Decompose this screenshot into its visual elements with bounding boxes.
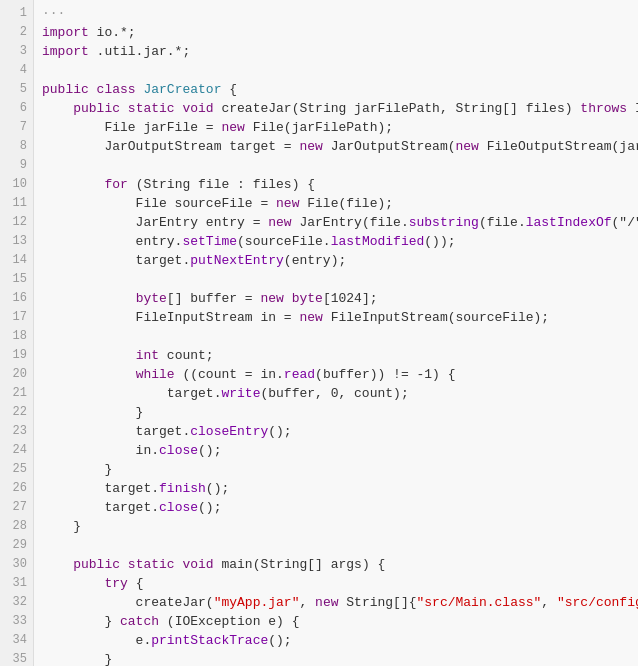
line-number: 31 (0, 574, 33, 593)
token: createJar( (42, 595, 214, 610)
token: ; (128, 25, 136, 40)
token: close (159, 443, 198, 458)
code-editor: 1234567891011121314151617181920212223242… (0, 0, 638, 666)
code-line: try { (42, 574, 630, 593)
token: } (42, 405, 143, 420)
line-number-gutter: 1234567891011121314151617181920212223242… (0, 0, 34, 666)
code-line: } (42, 460, 630, 479)
token: target. (42, 424, 190, 439)
token: } (42, 614, 120, 629)
token: byte (136, 291, 167, 306)
token: { (221, 82, 237, 97)
token: void (182, 557, 221, 572)
token: (file. (479, 215, 526, 230)
line-number: 4 (0, 61, 33, 80)
token: entry. (42, 234, 182, 249)
token: target. (42, 386, 221, 401)
token: (String jarFilePath, String[] files) (292, 101, 581, 116)
line-number: 2 (0, 23, 33, 42)
line-number: 34 (0, 631, 33, 650)
line-number: 12 (0, 213, 33, 232)
token: (); (198, 500, 221, 515)
token: "src/Main.class" (417, 595, 542, 610)
token: import (42, 44, 97, 59)
line-number: 6 (0, 99, 33, 118)
line-number: 8 (0, 137, 33, 156)
token: while (136, 367, 183, 382)
token: (); (198, 443, 221, 458)
token: FileOutputStream(jarFile)); (487, 139, 638, 154)
line-number: 33 (0, 612, 33, 631)
token: (entry); (284, 253, 346, 268)
token: int (136, 348, 167, 363)
line-number: 23 (0, 422, 33, 441)
code-line: target.write(buffer, 0, count); (42, 384, 630, 403)
token: (IOException e) { (167, 614, 300, 629)
token: closeEntry (190, 424, 268, 439)
token (42, 576, 104, 591)
token: count; (167, 348, 214, 363)
code-line (42, 270, 630, 289)
token: public (73, 557, 128, 572)
token: .util.jar.*; (97, 44, 191, 59)
token: main (221, 557, 252, 572)
line-number: 10 (0, 175, 33, 194)
token: putNextEntry (190, 253, 284, 268)
line-number: 25 (0, 460, 33, 479)
token: (String file : files) { (136, 177, 315, 192)
line-number: 21 (0, 384, 33, 403)
token: ((count = in. (182, 367, 283, 382)
token: , (299, 595, 315, 610)
token: in. (42, 443, 159, 458)
token: catch (120, 614, 167, 629)
token: File jarFile = (42, 120, 221, 135)
code-line: byte[] buffer = new byte[1024]; (42, 289, 630, 308)
line-number: 16 (0, 289, 33, 308)
token: JarOutputStream( (331, 139, 456, 154)
token: class (97, 82, 144, 97)
token: [1024]; (323, 291, 378, 306)
token: lastIndexOf (526, 215, 612, 230)
token: } (42, 652, 112, 666)
token: printStackTrace (151, 633, 268, 648)
token: (); (268, 633, 291, 648)
code-line: createJar("myApp.jar", new String[]{"src… (42, 593, 630, 612)
token: File(file); (307, 196, 393, 211)
token: throws (580, 101, 635, 116)
code-line: e.printStackTrace(); (42, 631, 630, 650)
token: try (104, 576, 135, 591)
line-number: 19 (0, 346, 33, 365)
token: ()); (424, 234, 455, 249)
line-number: 26 (0, 479, 33, 498)
code-line: public static void createJar(String jarF… (42, 99, 630, 118)
code-line: import .util.jar.*; (42, 42, 630, 61)
code-line (42, 327, 630, 346)
token: io.* (97, 25, 128, 40)
token (42, 367, 136, 382)
token: target. (42, 481, 159, 496)
code-line (42, 536, 630, 555)
line-number: 28 (0, 517, 33, 536)
code-line: target.close(); (42, 498, 630, 517)
line-number: 20 (0, 365, 33, 384)
line-number: 9 (0, 156, 33, 175)
line-number: 17 (0, 308, 33, 327)
token: for (104, 177, 135, 192)
token: new (276, 196, 307, 211)
token: (sourceFile. (237, 234, 331, 249)
code-line: while ((count = in.read(buffer)) != -1) … (42, 365, 630, 384)
code-line: JarEntry entry = new JarEntry(file.subst… (42, 213, 630, 232)
token: } (42, 519, 81, 534)
code-line: public class JarCreator { (42, 80, 630, 99)
token: static (128, 101, 183, 116)
code-line: int count; (42, 346, 630, 365)
token: write (221, 386, 260, 401)
code-line: import io.*; (42, 23, 630, 42)
token: JarOutputStream target = (42, 139, 299, 154)
token: ("/") + 1)); (612, 215, 638, 230)
token: new (299, 310, 330, 325)
line-number: 13 (0, 232, 33, 251)
token: "myApp.jar" (214, 595, 300, 610)
token: } (42, 462, 112, 477)
token: String[]{ (346, 595, 416, 610)
